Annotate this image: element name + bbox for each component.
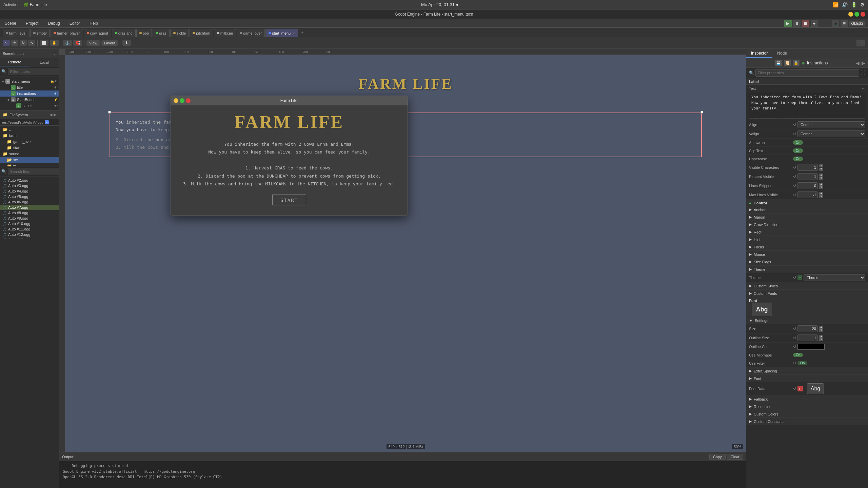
- transform-handle-tr[interactable]: [701, 111, 703, 114]
- outline-size-up[interactable]: ▲: [819, 335, 823, 338]
- font-size-refresh[interactable]: ↺: [793, 327, 796, 331]
- outline-size-input[interactable]: [797, 334, 818, 341]
- autowrap-toggle[interactable]: On: [793, 140, 803, 145]
- font-data-file-icon[interactable]: F: [797, 386, 803, 391]
- rect-section[interactable]: ▶ Rect: [746, 228, 868, 236]
- tree-item-startbutton[interactable]: ▼ B StartButton ⚡: [0, 97, 59, 103]
- max-lines-up[interactable]: ▲: [819, 192, 823, 195]
- popup-close-btn[interactable]: [186, 98, 191, 103]
- download-btn[interactable]: ⬇: [122, 40, 131, 46]
- gles-selector[interactable]: GLES2: [849, 21, 865, 26]
- tool-scale-btn[interactable]: ⤡: [28, 40, 35, 46]
- tab-empty[interactable]: empty: [30, 29, 50, 37]
- custom-styles-section[interactable]: ▶ Custom Styles: [746, 282, 868, 290]
- tab-sickle[interactable]: sickle: [170, 29, 189, 37]
- tab-farmer-player[interactable]: farmer_player: [51, 29, 83, 37]
- lines-skipped-down[interactable]: ▼: [819, 186, 823, 189]
- tab-milkcan[interactable]: milkcan: [214, 29, 236, 37]
- tool-move-btn[interactable]: ✛: [11, 40, 18, 46]
- tab-local[interactable]: Local: [29, 58, 59, 66]
- eye-icon-title[interactable]: 👁: [54, 86, 58, 89]
- file-auto4[interactable]: 🎵 Auto #4.ogg: [0, 188, 59, 194]
- popup-maximize-btn[interactable]: [180, 98, 184, 103]
- tool-pan-btn[interactable]: ✋: [50, 40, 59, 46]
- tab-cow-agent[interactable]: cow_agent: [84, 29, 111, 37]
- remote-debug-btn[interactable]: 📱: [832, 20, 839, 27]
- fs-item-ttf[interactable]: 📁 ttf: [0, 163, 59, 166]
- output-clear-btn[interactable]: Clear: [727, 454, 743, 460]
- theme-refresh-icon[interactable]: ↺: [793, 276, 796, 280]
- file-auto3[interactable]: 🎵 Auto #3.ogg: [0, 183, 59, 188]
- inspector-lock-icon[interactable]: 🔒: [793, 60, 800, 66]
- inspector-nav-right[interactable]: ▶: [862, 60, 865, 66]
- add-scene-tab-btn[interactable]: +: [299, 29, 305, 37]
- outline-size-refresh[interactable]: ↺: [793, 336, 796, 340]
- align-refresh-icon[interactable]: ↺: [793, 123, 796, 127]
- win-maximize[interactable]: [854, 12, 859, 17]
- tree-item-start-menu[interactable]: ▼ N start_menu 🔒 👁: [0, 78, 59, 84]
- step-btn[interactable]: ⏭: [811, 20, 818, 27]
- play-btn[interactable]: ▶: [784, 20, 792, 27]
- tab-game-over[interactable]: game_over: [237, 29, 265, 37]
- file-auto13[interactable]: 🎵 Auto #13.ogg: [0, 237, 59, 239]
- scene-more-icon[interactable]: ⋮: [53, 51, 56, 56]
- win-close[interactable]: [861, 12, 865, 17]
- popup-start-btn[interactable]: START: [272, 195, 306, 205]
- settings-icon[interactable]: ⚙: [860, 2, 865, 7]
- pause-btn[interactable]: ⏸: [793, 20, 801, 27]
- file-auto2[interactable]: 🎵 Auto #2.ogg: [0, 178, 59, 183]
- tab-start-menu[interactable]: start_menu ✕: [265, 29, 298, 37]
- file-auto10[interactable]: 🎵 Auto #10.ogg: [0, 221, 59, 226]
- tab-gras[interactable]: gras: [153, 29, 169, 37]
- size-flags-section[interactable]: ▶ Size Flags: [746, 258, 868, 266]
- inspector-tab[interactable]: Inspector: [746, 49, 772, 58]
- use-filter-refresh[interactable]: ↺: [793, 361, 796, 365]
- font-size-input[interactable]: [797, 325, 818, 332]
- valign-select[interactable]: CenterTopBottom: [797, 130, 865, 137]
- use-mipmaps-toggle[interactable]: On: [793, 353, 803, 357]
- anchor-section[interactable]: ▶ Anchor: [746, 206, 868, 214]
- font-size-up[interactable]: ▲: [819, 326, 823, 329]
- tree-item-label[interactable]: ▼ L Label 👁: [0, 103, 59, 109]
- tree-item-instructions[interactable]: ▼ L instructions 👁: [0, 90, 59, 97]
- theme-top-section[interactable]: ▶ Theme: [746, 266, 868, 273]
- inspector-script-icon[interactable]: 📜: [784, 60, 791, 66]
- filter-input[interactable]: [755, 69, 859, 77]
- font-size-down[interactable]: ▼: [819, 329, 823, 332]
- eye-icon-label[interactable]: 👁: [54, 104, 58, 108]
- max-lines-refresh[interactable]: ↺: [793, 193, 796, 197]
- visible-chars-down[interactable]: ▼: [819, 168, 823, 171]
- file-auto8[interactable]: 🎵 Auto #8.ogg: [0, 210, 59, 216]
- filter-expand-icon[interactable]: ⛶: [861, 70, 865, 76]
- file-auto5[interactable]: 🎵 Auto #5.ogg: [0, 194, 59, 199]
- menu-project[interactable]: Project: [24, 20, 40, 26]
- stop-btn[interactable]: ⏹: [802, 20, 809, 27]
- inspector-nav-left[interactable]: ◀: [856, 60, 860, 66]
- snap-btn[interactable]: 🧲: [73, 40, 82, 46]
- percent-visible-input[interactable]: [797, 173, 818, 180]
- visible-chars-refresh[interactable]: ↺: [793, 165, 796, 170]
- fs-item-start[interactable]: 📁 start: [0, 145, 59, 151]
- layout-btn[interactable]: Layout: [101, 40, 118, 46]
- tab-poo[interactable]: poo: [136, 29, 152, 37]
- file-auto11[interactable]: 🎵 Auto #11.ogg: [0, 226, 59, 232]
- grow-direction-section[interactable]: ▶ Grow Direction: [746, 221, 868, 228]
- outline-size-down[interactable]: ▼: [819, 338, 823, 341]
- output-copy-btn[interactable]: Copy: [709, 454, 726, 460]
- popup-minimize-btn[interactable]: [174, 98, 178, 103]
- font-settings-section[interactable]: ▼ Settings: [746, 317, 868, 324]
- tab-pitchfork[interactable]: pitchfork: [190, 29, 213, 37]
- theme-select[interactable]: Theme: [804, 274, 865, 281]
- custom-colors-section[interactable]: ▶ Custom Colors: [746, 410, 868, 418]
- hint-section[interactable]: ▶ Hint: [746, 236, 868, 243]
- tree-item-title[interactable]: ▼ L title 👁: [0, 84, 59, 90]
- eye-icon-instructions[interactable]: 👁: [54, 92, 58, 96]
- file-auto9[interactable]: 🎵 Auto #9.ogg: [0, 216, 59, 221]
- valign-refresh-icon[interactable]: ↺: [793, 132, 796, 136]
- deploy-btn[interactable]: 🖥: [841, 20, 848, 27]
- node-tab[interactable]: Node: [772, 49, 792, 58]
- extra-spacing-section[interactable]: ▶ Extra Spacing: [746, 367, 868, 375]
- file-auto12[interactable]: 🎵 Auto #12.ogg: [0, 232, 59, 237]
- tab-farm-level[interactable]: farm_level: [3, 29, 29, 37]
- tool-rotate-btn[interactable]: ↻: [20, 40, 27, 46]
